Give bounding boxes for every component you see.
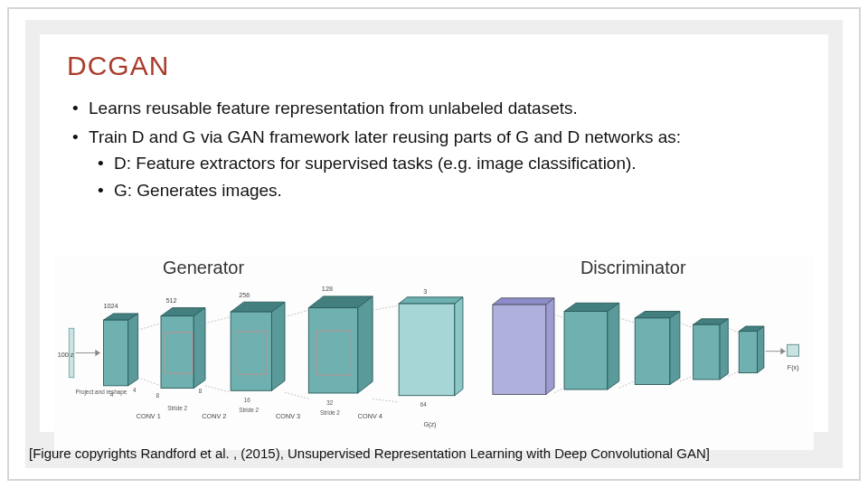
svg-text:8: 8 — [199, 388, 203, 394]
svg-text:1024: 1024 — [103, 302, 118, 310]
svg-rect-13 — [161, 316, 193, 389]
discriminator-svg: F(x) — [481, 256, 814, 450]
svg-rect-49 — [493, 305, 546, 394]
svg-line-73 — [728, 328, 739, 333]
svg-rect-61 — [739, 332, 757, 373]
discriminator-label: Discriminator — [580, 258, 686, 278]
svg-text:4: 4 — [133, 387, 137, 393]
svg-marker-22 — [271, 302, 285, 390]
svg-marker-29 — [358, 296, 373, 393]
svg-marker-7 — [128, 314, 138, 386]
svg-rect-55 — [635, 318, 670, 385]
svg-line-45 — [285, 392, 308, 399]
svg-text:CONV 4: CONV 4 — [358, 412, 382, 420]
bullet-2b: G: Generates images. — [114, 178, 801, 203]
bullet-1: Learns reusable feature representation f… — [89, 96, 801, 121]
svg-marker-34 — [399, 297, 463, 304]
svg-rect-58 — [693, 324, 720, 380]
svg-text:CONV 2: CONV 2 — [202, 412, 226, 420]
svg-text:64: 64 — [420, 401, 428, 408]
svg-line-72 — [680, 376, 693, 381]
svg-text:Project and reshape: Project and reshape — [76, 389, 127, 396]
svg-line-68 — [554, 388, 564, 393]
citation-text: [Figure copyrights Randford et al. , (20… — [29, 446, 710, 461]
generator-diagram: Generator 100 z Project and reshape — [54, 256, 481, 450]
svg-line-43 — [205, 386, 231, 392]
svg-text:CONV 3: CONV 3 — [276, 412, 300, 420]
svg-marker-36 — [455, 297, 463, 396]
svg-text:4: 4 — [110, 392, 114, 399]
discriminator-diagram: Discriminator — [481, 256, 814, 450]
generator-label: Generator — [163, 258, 244, 278]
svg-line-70 — [619, 381, 635, 388]
svg-line-71 — [680, 323, 693, 328]
slide-background: DCGAN Learns reusable feature representa… — [25, 20, 843, 468]
generator-svg: 100 z Project and reshape 1024 4 4 — [54, 256, 481, 450]
svg-text:Stride 2: Stride 2 — [167, 405, 187, 411]
svg-line-46 — [373, 305, 399, 310]
svg-text:8: 8 — [156, 392, 160, 399]
svg-line-44 — [285, 310, 308, 316]
svg-rect-28 — [308, 308, 357, 393]
svg-line-74 — [728, 371, 739, 377]
svg-text:Stride 2: Stride 2 — [239, 407, 259, 413]
svg-marker-56 — [670, 311, 680, 384]
svg-line-42 — [205, 317, 231, 324]
content-panel: DCGAN Learns reusable feature representa… — [40, 34, 828, 432]
svg-marker-64 — [780, 348, 786, 354]
svg-marker-3 — [95, 350, 99, 356]
svg-line-67 — [554, 314, 564, 318]
slide-title: DCGAN — [40, 34, 828, 90]
svg-marker-62 — [757, 326, 763, 373]
svg-text:16: 16 — [244, 397, 251, 403]
slide-body: Learns reusable feature representation f… — [40, 90, 828, 202]
architecture-figure: Generator 100 z Project and reshape — [54, 256, 814, 450]
svg-text:256: 256 — [239, 291, 250, 299]
svg-text:G(z): G(z) — [423, 420, 436, 428]
svg-text:32: 32 — [326, 399, 334, 406]
slide-frame: DCGAN Learns reusable feature representa… — [7, 7, 861, 481]
svg-marker-59 — [720, 319, 728, 380]
svg-rect-21 — [231, 312, 271, 390]
svg-text:CONV 1: CONV 1 — [137, 412, 161, 420]
svg-marker-14 — [193, 308, 205, 389]
svg-line-40 — [138, 324, 161, 330]
svg-rect-52 — [564, 311, 608, 389]
bullet-2-text: Train D and G via GAN framework later re… — [89, 127, 681, 146]
svg-marker-50 — [546, 298, 554, 395]
svg-marker-53 — [608, 303, 619, 389]
svg-text:512: 512 — [165, 296, 176, 305]
svg-rect-65 — [788, 344, 799, 356]
svg-line-69 — [619, 318, 635, 324]
svg-line-41 — [138, 378, 161, 386]
svg-rect-35 — [399, 304, 455, 396]
svg-text:100 z: 100 z — [58, 351, 74, 359]
bullet-2a: D: Feature extractors for supervised tas… — [114, 151, 801, 176]
svg-line-47 — [373, 399, 399, 402]
svg-text:128: 128 — [322, 285, 333, 293]
svg-rect-6 — [103, 320, 127, 386]
bullet-2: Train D and G via GAN framework later re… — [89, 125, 801, 203]
svg-text:3: 3 — [423, 287, 427, 296]
svg-text:Stride 2: Stride 2 — [320, 409, 340, 416]
svg-text:F(x): F(x) — [788, 363, 799, 371]
svg-marker-48 — [493, 298, 554, 305]
